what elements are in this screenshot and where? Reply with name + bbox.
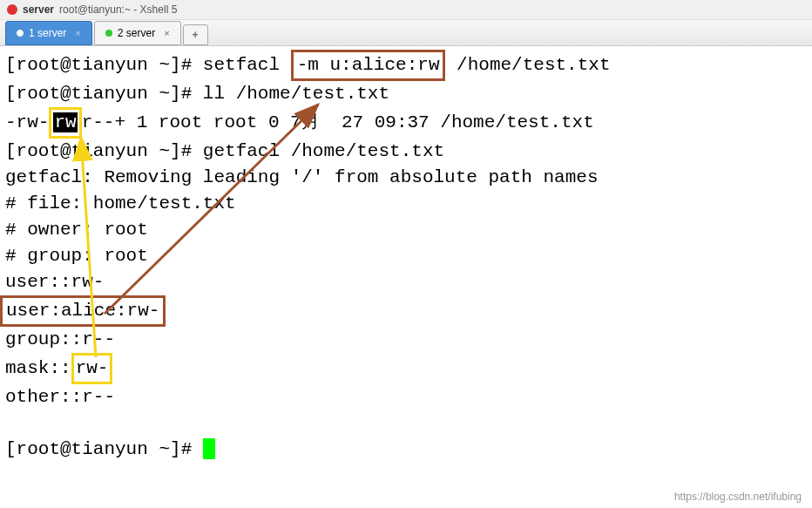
terminal-line: [root@tianyun ~]# ll /home/test.txt <box>5 81 807 107</box>
highlight-perms-rw: rw <box>49 107 81 139</box>
titlebar: server root@tianyun:~ - Xshell 5 <box>0 0 812 20</box>
terminal-line <box>5 410 807 437</box>
terminal-line: [root@tianyun ~]# getfacl /home/test.txt <box>5 139 807 165</box>
terminal-line: getfacl: Removing leading '/' from absol… <box>5 165 807 191</box>
terminal-line: # file: home/test.txt <box>5 191 807 217</box>
cursor-icon <box>203 438 215 459</box>
status-dot-icon <box>105 30 112 37</box>
highlight-mask-rw: rw- <box>71 353 113 384</box>
tabbar: 1 server × 2 server × + <box>0 20 812 46</box>
tab-label: 1 server <box>29 27 66 39</box>
titlebar-title: root@tianyun:~ - Xshell 5 <box>59 3 177 16</box>
highlight-user-alice: user:alice:rw- <box>0 295 166 327</box>
highlight-setfacl-arg: -m u:alice:rw <box>291 50 446 81</box>
close-icon[interactable]: × <box>71 28 80 38</box>
terminal-line: user:alice:rw- <box>5 295 807 327</box>
terminal-line: group::r-- <box>5 327 807 353</box>
close-icon[interactable]: × <box>160 28 169 38</box>
terminal-line: [root@tianyun ~]# setfacl -m u:alice:rw … <box>5 50 807 81</box>
terminal-line: mask::rw- <box>5 353 807 384</box>
terminal-line: user::rw- <box>5 269 807 295</box>
terminal-line: other::r-- <box>5 384 807 410</box>
terminal-output[interactable]: [root@tianyun ~]# setfacl -m u:alice:rw … <box>0 46 812 466</box>
app-icon <box>7 4 17 15</box>
tab-2-server[interactable]: 2 server × <box>94 21 181 45</box>
status-dot-icon <box>17 30 24 37</box>
watermark: https://blog.csdn.net/ifubing <box>674 491 802 503</box>
terminal-line: # owner: root <box>5 217 807 243</box>
tab-1-server[interactable]: 1 server × <box>5 21 92 45</box>
plus-icon: + <box>193 29 199 41</box>
add-tab-button[interactable]: + <box>183 24 208 45</box>
titlebar-app: server <box>23 3 54 16</box>
tab-label: 2 server <box>118 27 155 39</box>
terminal-line: -rw-rwr--+ 1 root root 0 7月 27 09:37 /ho… <box>5 107 807 139</box>
terminal-prompt: [root@tianyun ~]# <box>5 437 807 463</box>
terminal-line: # group: root <box>5 243 807 269</box>
